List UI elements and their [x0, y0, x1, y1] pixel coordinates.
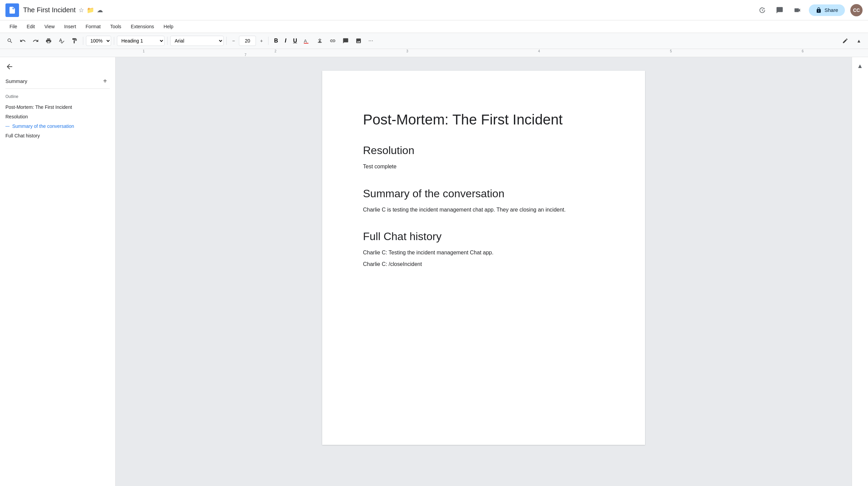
- share-button[interactable]: Share: [809, 4, 845, 16]
- menu-file[interactable]: File: [5, 22, 21, 31]
- outline-label: Outline: [5, 94, 110, 99]
- svg-rect-1: [304, 43, 309, 44]
- menu-edit[interactable]: Edit: [23, 22, 39, 31]
- menu-bar: File Edit View Insert Format Tools Exten…: [0, 20, 868, 33]
- doc-area[interactable]: Post-Mortem: The First Incident Resoluti…: [116, 57, 852, 486]
- image-btn[interactable]: [353, 35, 364, 47]
- italic-btn[interactable]: I: [282, 35, 289, 47]
- avatar: CC: [850, 4, 863, 16]
- zoom-selector[interactable]: 100% 75% 125%: [86, 36, 111, 46]
- outline-item-label-1: Resolution: [5, 114, 28, 119]
- outline-item-label-3: Full Chat history: [5, 133, 40, 138]
- doc-body-summary: Charlie C is testing the incident manage…: [363, 205, 604, 214]
- collapse-btn[interactable]: ▲: [854, 35, 864, 47]
- edit-mode-btn[interactable]: [839, 35, 851, 47]
- style-selector[interactable]: Heading 1 Normal text Heading 2 Heading …: [117, 36, 164, 46]
- spellcheck-btn[interactable]: [56, 35, 67, 47]
- video-button[interactable]: [791, 4, 803, 16]
- doc-heading-chat: Full Chat history: [363, 230, 604, 243]
- toolbar-divider-4: [226, 37, 227, 45]
- menu-format[interactable]: Format: [82, 22, 105, 31]
- docs-logo: [5, 3, 19, 17]
- increase-font-btn[interactable]: +: [257, 35, 265, 47]
- outline-item-3[interactable]: Full Chat history: [5, 132, 110, 140]
- font-size-input[interactable]: [239, 36, 256, 46]
- outline-item-label-0: Post-Mortem: The First Incident: [5, 104, 72, 110]
- more-btn[interactable]: ⋯: [366, 35, 376, 47]
- share-label: Share: [824, 7, 838, 13]
- document-page: Post-Mortem: The First Incident Resoluti…: [322, 71, 645, 445]
- doc-heading-resolution: Resolution: [363, 144, 604, 157]
- paint-format-btn[interactable]: [69, 35, 80, 47]
- link-btn[interactable]: [327, 35, 338, 47]
- undo-btn[interactable]: [17, 35, 29, 47]
- menu-view[interactable]: View: [40, 22, 59, 31]
- add-summary-btn[interactable]: +: [100, 76, 110, 86]
- doc-heading-summary: Summary of the conversation: [363, 187, 604, 200]
- text-color-btn[interactable]: A: [301, 35, 313, 47]
- summary-label: Summary: [5, 78, 27, 84]
- decrease-font-btn[interactable]: −: [229, 35, 238, 47]
- redo-btn[interactable]: [30, 35, 41, 47]
- outline-item-0[interactable]: Post-Mortem: The First Incident: [5, 103, 110, 111]
- doc-chat-line-0: Charlie C: Testing the incident manageme…: [363, 248, 604, 257]
- sidebar-back-btn[interactable]: [5, 63, 110, 71]
- right-panel: ▲: [852, 57, 868, 486]
- toolbar-divider-3: [167, 37, 168, 45]
- menu-insert[interactable]: Insert: [60, 22, 80, 31]
- doc-body-resolution: Test complete: [363, 162, 604, 171]
- main-layout: Summary + Outline Post-Mortem: The First…: [0, 57, 868, 486]
- menu-extensions[interactable]: Extensions: [127, 22, 158, 31]
- menu-tools[interactable]: Tools: [106, 22, 125, 31]
- toolbar-divider-5: [268, 37, 268, 45]
- toolbar-divider-2: [114, 37, 114, 45]
- document-title[interactable]: The First Incident: [23, 6, 76, 14]
- doc-chat-line-1: Charlie C: /closeIncident: [363, 260, 604, 269]
- outline-item-label-2: Summary of the conversation: [12, 123, 74, 129]
- sidebar: Summary + Outline Post-Mortem: The First…: [0, 57, 116, 486]
- menu-help[interactable]: Help: [159, 22, 177, 31]
- right-panel-collapse-btn[interactable]: ▲: [854, 60, 866, 72]
- outline-item-1[interactable]: Resolution: [5, 113, 110, 121]
- comment-inline-btn[interactable]: [340, 35, 351, 47]
- star-icon[interactable]: ☆: [79, 6, 84, 14]
- comment-button[interactable]: [774, 4, 786, 16]
- title-bar-right: Share CC: [756, 4, 863, 16]
- search-toolbar-btn[interactable]: [4, 35, 16, 47]
- summary-section: Summary +: [5, 76, 110, 86]
- toolbar: 100% 75% 125% Heading 1 Normal text Head…: [0, 33, 868, 49]
- sidebar-divider: [5, 88, 110, 89]
- doc-main-title: Post-Mortem: The First Incident: [363, 112, 604, 128]
- cloud-icon[interactable]: ☁: [97, 6, 103, 14]
- highlight-btn[interactable]: [314, 35, 326, 47]
- toolbar-divider-1: [83, 37, 83, 45]
- history-button[interactable]: [756, 4, 768, 16]
- font-selector[interactable]: Arial Times New Roman Courier New: [170, 36, 224, 46]
- folder-icon[interactable]: 📁: [87, 6, 94, 14]
- title-area: The First Incident ☆ 📁 ☁: [23, 6, 103, 14]
- print-btn[interactable]: [43, 35, 54, 47]
- title-bar: The First Incident ☆ 📁 ☁ Share CC: [0, 0, 868, 20]
- bold-btn[interactable]: B: [271, 35, 281, 47]
- underline-btn[interactable]: U: [290, 35, 300, 47]
- outline-item-2[interactable]: Summary of the conversation: [5, 122, 110, 130]
- ruler: 1 2 3 4 5 6 7: [0, 49, 868, 57]
- svg-text:A: A: [304, 38, 307, 44]
